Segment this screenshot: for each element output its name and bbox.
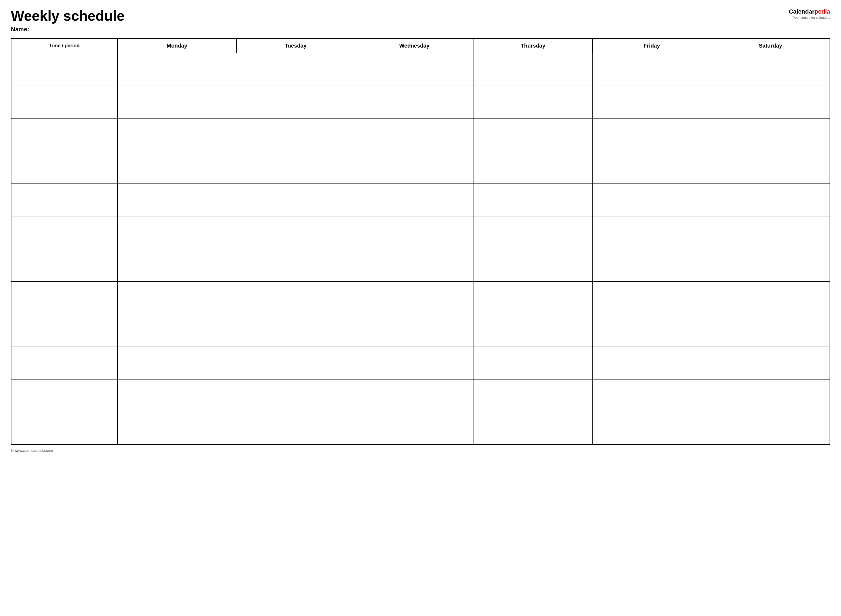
schedule-cell[interactable] <box>711 249 830 282</box>
schedule-cell[interactable] <box>118 151 236 183</box>
time-cell[interactable] <box>11 151 118 183</box>
table-row <box>11 282 830 314</box>
schedule-cell[interactable] <box>118 86 236 118</box>
schedule-cell[interactable] <box>593 216 711 249</box>
col-header-wednesday: Wednesday <box>355 39 473 53</box>
schedule-cell[interactable] <box>355 86 473 118</box>
schedule-cell[interactable] <box>355 216 473 249</box>
schedule-cell[interactable] <box>711 151 830 183</box>
schedule-cell[interactable] <box>711 53 830 86</box>
schedule-cell[interactable] <box>711 282 830 314</box>
schedule-cell[interactable] <box>474 216 593 249</box>
schedule-cell[interactable] <box>355 314 473 347</box>
schedule-cell[interactable] <box>355 151 473 183</box>
schedule-cell[interactable] <box>474 412 593 444</box>
schedule-cell[interactable] <box>355 347 473 379</box>
schedule-cell[interactable] <box>593 86 711 118</box>
col-header-thursday: Thursday <box>474 39 593 53</box>
time-cell[interactable] <box>11 53 118 86</box>
schedule-cell[interactable] <box>474 151 593 183</box>
time-cell[interactable] <box>11 282 118 314</box>
col-header-monday: Monday <box>118 39 236 53</box>
time-cell[interactable] <box>11 118 118 151</box>
schedule-cell[interactable] <box>593 183 711 216</box>
table-row <box>11 347 830 379</box>
schedule-cell[interactable] <box>474 282 593 314</box>
schedule-cell[interactable] <box>593 412 711 444</box>
schedule-cell[interactable] <box>236 86 355 118</box>
schedule-cell[interactable] <box>474 347 593 379</box>
schedule-cell[interactable] <box>355 282 473 314</box>
page-header: Weekly schedule Name: Calendarpedia Your… <box>11 8 830 33</box>
table-row <box>11 314 830 347</box>
table-row <box>11 249 830 282</box>
schedule-cell[interactable] <box>118 412 236 444</box>
schedule-cell[interactable] <box>711 216 830 249</box>
schedule-cell[interactable] <box>118 249 236 282</box>
table-row <box>11 53 830 86</box>
schedule-cell[interactable] <box>474 86 593 118</box>
schedule-cell[interactable] <box>236 282 355 314</box>
schedule-cell[interactable] <box>236 151 355 183</box>
schedule-cell[interactable] <box>711 379 830 412</box>
schedule-cell[interactable] <box>355 183 473 216</box>
schedule-cell[interactable] <box>118 347 236 379</box>
schedule-cell[interactable] <box>593 347 711 379</box>
schedule-cell[interactable] <box>118 282 236 314</box>
time-cell[interactable] <box>11 379 118 412</box>
schedule-cell[interactable] <box>593 249 711 282</box>
schedule-cell[interactable] <box>474 249 593 282</box>
col-header-time: Time / period <box>11 39 118 53</box>
schedule-cell[interactable] <box>711 347 830 379</box>
time-cell[interactable] <box>11 314 118 347</box>
schedule-cell[interactable] <box>474 314 593 347</box>
schedule-cell[interactable] <box>236 183 355 216</box>
time-cell[interactable] <box>11 347 118 379</box>
footer: © www.calendarpedia.com <box>11 449 830 453</box>
schedule-cell[interactable] <box>355 412 473 444</box>
schedule-cell[interactable] <box>593 53 711 86</box>
schedule-cell[interactable] <box>711 118 830 151</box>
schedule-cell[interactable] <box>474 53 593 86</box>
table-row <box>11 118 830 151</box>
schedule-cell[interactable] <box>711 183 830 216</box>
time-cell[interactable] <box>11 412 118 444</box>
page-title: Weekly schedule <box>11 8 781 23</box>
schedule-cell[interactable] <box>711 314 830 347</box>
schedule-cell[interactable] <box>118 379 236 412</box>
logo-tagline: Your source for calendars <box>781 16 830 19</box>
schedule-cell[interactable] <box>236 249 355 282</box>
schedule-cell[interactable] <box>711 86 830 118</box>
schedule-cell[interactable] <box>593 282 711 314</box>
time-cell[interactable] <box>11 86 118 118</box>
schedule-cell[interactable] <box>236 412 355 444</box>
schedule-cell[interactable] <box>593 379 711 412</box>
time-cell[interactable] <box>11 249 118 282</box>
schedule-cell[interactable] <box>236 347 355 379</box>
schedule-cell[interactable] <box>118 53 236 86</box>
schedule-cell[interactable] <box>236 53 355 86</box>
schedule-cell[interactable] <box>355 379 473 412</box>
schedule-cell[interactable] <box>593 314 711 347</box>
schedule-table: Time / period Monday Tuesday Wednesday T… <box>11 38 830 445</box>
schedule-cell[interactable] <box>236 118 355 151</box>
schedule-cell[interactable] <box>118 314 236 347</box>
schedule-cell[interactable] <box>711 412 830 444</box>
schedule-cell[interactable] <box>593 151 711 183</box>
schedule-cell[interactable] <box>236 379 355 412</box>
logo-section: Calendarpedia Your source for calendars <box>781 8 830 19</box>
schedule-cell[interactable] <box>355 53 473 86</box>
schedule-cell[interactable] <box>118 118 236 151</box>
schedule-cell[interactable] <box>236 216 355 249</box>
schedule-cell[interactable] <box>118 216 236 249</box>
schedule-cell[interactable] <box>474 379 593 412</box>
schedule-cell[interactable] <box>593 118 711 151</box>
schedule-cell[interactable] <box>236 314 355 347</box>
schedule-cell[interactable] <box>474 183 593 216</box>
time-cell[interactable] <box>11 216 118 249</box>
schedule-cell[interactable] <box>355 249 473 282</box>
schedule-cell[interactable] <box>474 118 593 151</box>
schedule-cell[interactable] <box>118 183 236 216</box>
time-cell[interactable] <box>11 183 118 216</box>
schedule-cell[interactable] <box>355 118 473 151</box>
